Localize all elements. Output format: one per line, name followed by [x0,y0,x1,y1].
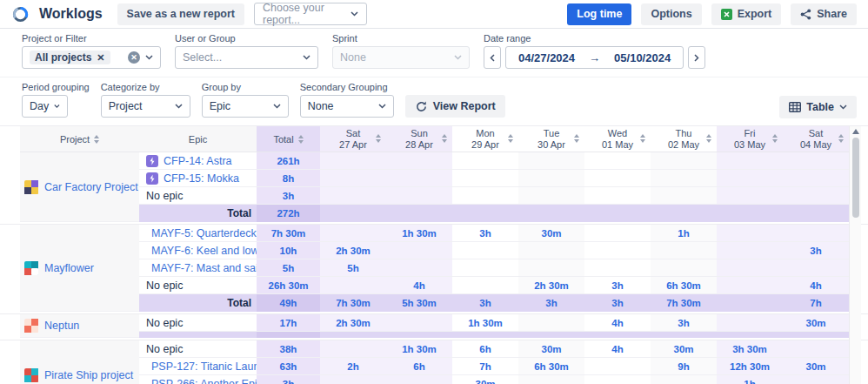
total-sum-cell[interactable]: 49h [257,294,320,312]
column-header-project[interactable]: Project [20,126,139,152]
worklog-cell[interactable]: 4h [584,314,651,332]
worklog-cell[interactable]: 30m [783,314,849,332]
column-header-day-30-apr[interactable]: Tue30 Apr [518,126,584,152]
column-header-day-03-may[interactable]: Fri03 May [717,126,783,152]
chip-remove-icon[interactable]: ✕ [97,52,104,64]
scroll-up-icon[interactable] [852,129,859,134]
worklog-cell[interactable]: 6h [386,358,452,375]
worklog-cell[interactable]: 3h [584,277,651,294]
worklog-cell[interactable]: 6h [452,340,518,358]
group-by-select[interactable]: Epic [202,95,289,118]
worklog-cell[interactable]: 7h 30m [651,294,717,312]
view-report-button[interactable]: View Report [405,95,505,118]
options-button[interactable]: Options [641,3,701,25]
total-cell[interactable]: 26h 30m [257,277,320,294]
save-report-button[interactable]: Save as a new report [117,3,244,25]
project-name-link[interactable]: Mayflower [44,262,94,274]
categorize-by-select[interactable]: Project [101,95,190,118]
worklog-cell[interactable]: 1h 30m [386,225,452,242]
worklog-cell[interactable]: 9h [651,358,717,375]
worklog-cell[interactable]: 4h [584,340,651,358]
project-name-link[interactable]: Pirate Ship project [44,369,133,381]
table-row: MAYF-5: Quarterdeck a...7h 30m1h 30m3h30… [139,225,868,242]
column-header-total[interactable]: Total [257,126,320,152]
worklog-cell[interactable]: 3h [518,294,584,312]
worklog-cell[interactable]: 7h [452,358,518,375]
worklog-cell[interactable]: 7h 30m [320,294,386,312]
project-avatar [24,180,38,194]
epic-link[interactable]: MAYF-7: Mast and sails [151,262,257,274]
worklog-cell[interactable]: 30m [452,375,518,384]
export-button[interactable]: Export [711,3,782,25]
epic-link[interactable]: CFP-15: Mokka [164,172,239,185]
date-to-input[interactable]: 05/10/2024 [614,51,671,64]
worklog-cell[interactable]: 3h [452,225,518,242]
view-mode-button[interactable]: Table [779,96,857,118]
total-cell[interactable]: 5h [257,259,320,277]
scrollbar-thumb[interactable] [852,138,859,218]
next-period-button[interactable] [688,46,705,69]
epic-link[interactable]: CFP-14: Astra [164,155,232,167]
worklog-cell[interactable]: 2h 30m [518,277,584,294]
worklog-cell[interactable]: 5h [320,259,386,277]
total-cell[interactable]: 3h [257,187,320,205]
worklog-cell[interactable]: 3h [783,242,849,259]
column-header-day-04-may[interactable]: Sat04 May [783,126,849,152]
project-name-link[interactable]: Neptun [44,320,79,332]
total-cell[interactable]: 7h 30m [257,225,320,242]
worklog-cell[interactable]: 2h 30m [320,314,386,332]
worklog-cell[interactable]: 5h 30m [386,294,452,312]
report-select[interactable]: Choose your report... [254,3,367,25]
worklog-cell[interactable]: 30m [518,340,584,358]
worklog-cell[interactable]: 30m [651,340,717,358]
column-header-day-29-apr[interactable]: Mon29 Apr [452,126,518,152]
epic-link[interactable]: MAYF-5: Quarterdeck a... [151,227,257,239]
worklog-cell[interactable]: 4h [386,277,452,294]
worklog-cell[interactable]: 1h 30m [452,314,518,332]
total-cell[interactable]: 63h [257,358,320,375]
user-group-select[interactable]: Select... [175,46,318,69]
worklog-cell[interactable]: 30m [518,225,584,242]
worklog-cell[interactable]: 2h [320,358,386,375]
epic-link[interactable]: PSP-127: Titanic Launch [151,360,257,373]
worklog-cell[interactable]: 12h 30m [717,358,783,375]
worklog-cell[interactable]: 6h 30m [651,277,717,294]
epic-link[interactable]: MAYF-6: Keel and lowe... [151,245,257,257]
total-cell[interactable]: 17h [257,314,320,332]
worklog-cell[interactable]: 7h [783,294,849,312]
total-cell[interactable]: 8h [257,170,320,187]
total-cell[interactable]: 10h [257,242,320,259]
epic-link[interactable]: PSP-266: Another Epic [151,378,257,384]
worklog-cell[interactable]: 4h [783,277,849,294]
worklog-cell [386,375,452,384]
column-header-day-02-may[interactable]: Thu02 May [651,126,717,152]
worklog-cell[interactable]: 3h [651,314,717,332]
secondary-grouping-select[interactable]: None [300,95,394,118]
date-from-input[interactable]: 04/27/2024 [518,51,575,64]
column-header-day-28-apr[interactable]: Sun28 Apr [386,126,452,152]
worklog-cell[interactable]: 1h 30m [386,340,452,358]
clear-filter-icon[interactable]: ✕ [128,51,140,64]
project-name-link[interactable]: Car Factory Project [44,181,138,193]
worklog-cell[interactable]: 2h 30m [320,242,386,259]
log-time-button[interactable]: Log time [567,3,631,25]
project-filter-select[interactable]: All projects ✕ ✕ [22,46,161,69]
worklog-cell[interactable]: 3h [584,294,651,312]
total-cell[interactable]: 38h [257,340,320,358]
worklog-cell[interactable]: 1h [651,225,717,242]
worklog-cell[interactable]: 3h 30m [717,340,783,358]
worklog-cell[interactable]: 6h 30m [518,358,584,375]
previous-period-button[interactable] [484,46,501,69]
column-header-day-01-may[interactable]: Wed01 May [584,126,651,152]
worklog-cell[interactable]: 3h [452,294,518,312]
sort-icon [574,134,579,143]
share-button[interactable]: Share [791,3,857,25]
column-header-day-27-apr[interactable]: Sat27 Apr [320,126,386,152]
worklog-cell[interactable]: 30m [783,358,849,375]
period-grouping-select[interactable]: Day [22,95,68,118]
total-cell[interactable]: 3h [257,375,320,384]
worklog-cell[interactable]: 1h [717,375,783,384]
total-sum-cell[interactable]: 272h [257,205,320,222]
total-cell[interactable]: 261h [257,152,320,170]
day-name: Sun [411,128,428,139]
